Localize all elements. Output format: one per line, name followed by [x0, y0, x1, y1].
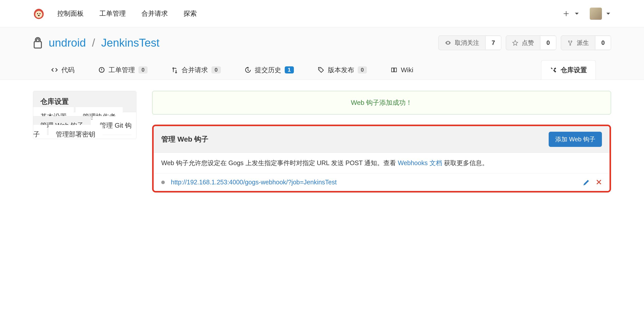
tab-code[interactable]: 代码: [48, 62, 78, 78]
repo-tabs: 代码 工单管理 0 合并请求 0 提交历史 1 版本发布 0: [33, 50, 611, 80]
content: 仓库设置 基本设置 管理协作者 管理 Web 钩子 管理 Git 钩子 管理部署…: [0, 80, 644, 204]
webhooks-description: Web 钩子允许您设定在 Gogs 上发生指定事件时对指定 URL 发送 POS…: [154, 153, 610, 173]
webhooks-title: 管理 Web 钩子: [161, 134, 208, 144]
nav-right: [563, 8, 611, 20]
tab-commits[interactable]: 提交历史 1: [242, 62, 297, 78]
nav-dashboard[interactable]: 控制面板: [57, 9, 84, 18]
edit-webhook-button[interactable]: [583, 179, 590, 186]
code-icon: [51, 67, 58, 73]
book-icon: [391, 67, 397, 73]
history-icon: [245, 67, 251, 73]
pencil-icon: [583, 179, 590, 186]
releases-count: 0: [358, 66, 367, 73]
tab-releases[interactable]: 版本发布 0: [315, 62, 370, 78]
fork-label: 派生: [577, 39, 589, 47]
tab-settings[interactable]: 仓库设置: [541, 60, 596, 80]
git-pull-icon: [171, 67, 178, 73]
svg-point-1: [37, 13, 38, 14]
svg-point-2: [39, 13, 41, 14]
top-nav: 控制面板 工单管理 合并请求 探索: [0, 0, 644, 27]
nav-links: 控制面板 工单管理 合并请求 探索: [57, 9, 197, 18]
watch-button[interactable]: 取消关注 7: [438, 35, 501, 50]
fork-icon: [567, 40, 573, 46]
issues-count: 0: [138, 66, 148, 73]
watch-label: 取消关注: [455, 39, 479, 47]
tab-pulls[interactable]: 合并请求 0: [168, 62, 224, 78]
repo-actions: 取消关注 7 点赞 0 派生 0: [438, 35, 611, 50]
nav-pulls[interactable]: 合并请求: [141, 9, 168, 18]
webhook-url-link[interactable]: http://192.168.1.253:4000/gogs-webhook/?…: [171, 179, 337, 186]
star-label: 点赞: [522, 39, 534, 47]
success-alert: Web 钩子添加成功！: [152, 91, 611, 114]
star-button[interactable]: 点赞 0: [506, 35, 556, 50]
pulls-count: 0: [211, 66, 221, 73]
nav-explore[interactable]: 探索: [184, 9, 197, 18]
tools-icon: [550, 67, 557, 74]
delete-webhook-button[interactable]: [596, 179, 602, 186]
main-panel: Web 钩子添加成功！ 管理 Web 钩子 添加 Web 钩子 Web 钩子允许…: [152, 91, 611, 192]
status-dot-icon: [161, 181, 165, 184]
highlight-frame: 管理 Web 钩子 添加 Web 钩子 Web 钩子允许您设定在 Gogs 上发…: [152, 125, 611, 192]
tab-issues[interactable]: 工单管理 0: [95, 62, 151, 78]
repo-title: undroid / JenkinsTest: [33, 36, 159, 49]
webhook-row: http://192.168.1.253:4000/gogs-webhook/?…: [154, 173, 610, 191]
svg-point-5: [319, 68, 320, 69]
chevron-down-icon: [605, 11, 611, 16]
sidebar-item-deploykeys[interactable]: 管理部署密钥: [49, 125, 102, 139]
tag-icon: [318, 67, 324, 73]
user-menu[interactable]: [590, 8, 611, 20]
avatar: [590, 8, 602, 20]
repo-header: undroid / JenkinsTest 取消关注 7 点赞: [0, 27, 644, 80]
create-menu[interactable]: [563, 10, 580, 17]
add-webhook-button[interactable]: 添加 Web 钩子: [549, 132, 602, 147]
watch-count: 7: [485, 36, 501, 49]
fork-count: 0: [595, 36, 611, 49]
star-count: 0: [540, 36, 556, 49]
fork-button[interactable]: 派生 0: [561, 35, 611, 50]
star-icon: [512, 40, 518, 46]
tab-wiki[interactable]: Wiki: [388, 63, 416, 78]
eye-icon: [445, 40, 451, 46]
repo-name-link[interactable]: JenkinsTest: [101, 36, 159, 49]
repo-separator: /: [92, 36, 95, 49]
close-icon: [596, 179, 602, 185]
settings-sidebar: 仓库设置 基本设置 管理协作者 管理 Web 钩子 管理 Git 钩子 管理部署…: [33, 91, 136, 139]
plus-icon: [563, 10, 569, 17]
webhooks-docs-link[interactable]: Webhooks 文档: [398, 159, 442, 166]
svg-point-0: [35, 11, 42, 18]
svg-point-3: [38, 15, 40, 16]
repo-owner-link[interactable]: undroid: [49, 36, 86, 49]
issue-icon: [98, 67, 105, 73]
site-logo[interactable]: [33, 8, 45, 20]
webhooks-panel: 管理 Web 钩子 添加 Web 钩子 Web 钩子允许您设定在 Gogs 上发…: [154, 126, 610, 191]
chevron-down-icon: [574, 11, 580, 16]
commits-count: 1: [285, 66, 294, 73]
nav-issues[interactable]: 工单管理: [99, 9, 126, 18]
lock-icon: [33, 37, 43, 49]
